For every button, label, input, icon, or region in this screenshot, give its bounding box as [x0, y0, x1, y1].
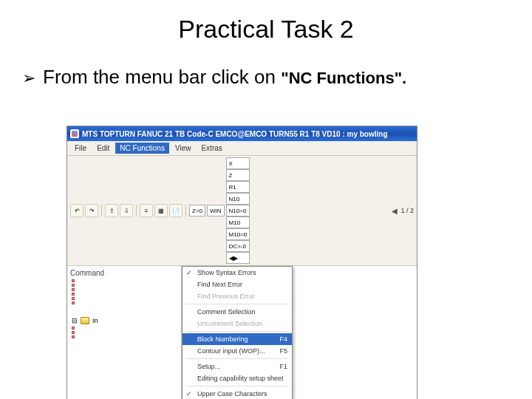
- dot-icon: [72, 288, 75, 291]
- toolbar-sep: [136, 205, 137, 216]
- coord-field[interactable]: N10=0: [226, 205, 250, 216]
- sidebar-folder[interactable]: ⊟ In: [67, 316, 181, 326]
- dropdown-separator: [185, 331, 289, 332]
- sidebar-item[interactable]: [67, 301, 181, 305]
- undo-button[interactable]: ↶: [70, 204, 83, 217]
- bullet-pre: From the menu bar click on: [43, 66, 281, 88]
- dropdown-item[interactable]: Find Next Error: [183, 279, 292, 290]
- pager: ◀ 1 / 2: [392, 207, 414, 215]
- dropdown-item[interactable]: Setup...F1: [183, 361, 292, 372]
- sidebar-label: Command: [67, 267, 181, 279]
- dropdown-item-label: Upper Case Characters: [197, 390, 267, 398]
- menu-extras[interactable]: Extras: [197, 143, 226, 154]
- app-icon: [70, 129, 79, 138]
- coord-z-field[interactable]: Z=0: [189, 205, 205, 216]
- shortcut: F4: [279, 335, 287, 343]
- dropdown-item[interactable]: Comment Selection: [183, 306, 292, 318]
- dropdown-item-label: Setup...: [197, 363, 220, 370]
- dot-icon: [72, 279, 75, 282]
- coord-field[interactable]: N10: [226, 193, 250, 205]
- list-button[interactable]: ≡: [140, 204, 153, 217]
- move-up-button[interactable]: ⇧: [105, 204, 118, 217]
- shortcut: F5: [279, 347, 287, 355]
- menubar: FileEditNC FunctionsViewExtras: [67, 141, 417, 156]
- dot-icon: [72, 284, 75, 287]
- coord-field[interactable]: ◀▶: [226, 252, 250, 264]
- dropdown-item[interactable]: ✓Upper Case Characters: [183, 388, 292, 399]
- titlebar[interactable]: MTS TOPTURN FANUC 21 TB Code-C EMCO@EMCO…: [67, 126, 417, 141]
- pager-prev-icon[interactable]: ◀: [392, 207, 398, 215]
- coord-field[interactable]: X: [226, 157, 250, 169]
- dropdown-separator: [185, 304, 289, 304]
- coord-field[interactable]: Z: [226, 169, 250, 181]
- dropdown-item: Find Previous Error: [183, 290, 292, 302]
- arrow-bullet-icon: ➢: [22, 69, 35, 88]
- check-icon: ✓: [186, 390, 192, 398]
- dropdown-item[interactable]: Contour input (WOP)...F5: [183, 345, 292, 357]
- dropdown-item-label: Show Syntax Errors: [197, 269, 256, 276]
- shortcut: F1: [279, 363, 287, 370]
- menu-file[interactable]: File: [70, 143, 91, 154]
- dropdown-item-label: Comment Selection: [197, 308, 256, 316]
- dropdown-item-label: Uncomment Selection: [197, 320, 262, 327]
- toolbar: ↶ ↷ ⇧ ⇩ ≡ ▦ 📄 Z=0 WIN XZR1N10N10=0M10M10…: [67, 156, 417, 266]
- app-window: MTS TOPTURN FANUC 21 TB Code-C EMCO@EMCO…: [66, 126, 417, 399]
- folder-label: In: [92, 317, 98, 324]
- menu-nc-functions[interactable]: NC Functions: [115, 143, 169, 154]
- pager-text: 1 / 2: [400, 207, 414, 214]
- dot-icon: [72, 335, 75, 338]
- main-row: Command ⊟ In ✓Show Syntax ErrorsFind Nex…: [67, 266, 417, 399]
- dropdown-separator: [185, 386, 289, 386]
- dropdown-separator: [185, 358, 289, 359]
- dropdown-item-label: Find Previous Error: [197, 293, 255, 300]
- dot-icon: [72, 297, 75, 300]
- dropdown-item[interactable]: Editing capability setup sheet: [183, 372, 292, 384]
- menu-view[interactable]: View: [171, 143, 196, 154]
- dot-icon: [72, 327, 75, 330]
- coord-field[interactable]: M10=0: [226, 228, 250, 240]
- dot-icon: [72, 301, 75, 304]
- coord-field[interactable]: R1: [226, 181, 250, 193]
- doc-button[interactable]: 📄: [169, 204, 183, 217]
- dropdown-item-label: Contour input (WOP)...: [197, 347, 265, 355]
- dot-icon: [72, 293, 75, 296]
- check-icon: ✓: [186, 269, 192, 276]
- window-title: MTS TOPTURN FANUC 21 TB Code-C EMCO@EMCO…: [82, 130, 388, 138]
- dot-icon: [72, 331, 75, 334]
- slide-title: Practical Task 2: [0, 0, 532, 44]
- minus-icon: ⊟: [72, 317, 78, 324]
- toolbar-sep: [101, 205, 102, 216]
- sidebar-item[interactable]: [67, 335, 181, 339]
- toolbar-sep: [185, 205, 186, 216]
- dropdown-item[interactable]: Block NumberingF4: [183, 333, 292, 345]
- bullet-row: ➢ From the menu bar click on "NC Functio…: [0, 44, 532, 96]
- bullet-bold: "NC Functions".: [281, 69, 406, 87]
- grid-button[interactable]: ▦: [154, 204, 168, 217]
- bullet-text: From the menu bar click on "NC Functions…: [43, 66, 406, 89]
- dropdown-item[interactable]: ✓Show Syntax Errors: [183, 267, 292, 279]
- dropdown-item-label: Editing capability setup sheet: [197, 375, 284, 382]
- dropdown-item-label: Find Next Error: [197, 281, 242, 288]
- coord-field[interactable]: DC>-0: [226, 240, 250, 252]
- folder-icon: [81, 317, 89, 324]
- coord-field[interactable]: M10: [226, 216, 250, 228]
- dropdown-item-label: Block Numbering: [197, 335, 248, 343]
- move-down-button[interactable]: ⇩: [120, 204, 133, 217]
- menu-edit[interactable]: Edit: [92, 143, 114, 154]
- dropdown-item: Uncomment Selection: [183, 318, 292, 330]
- win-field[interactable]: WIN: [207, 205, 225, 216]
- sidebar: Command ⊟ In: [67, 266, 182, 399]
- redo-button[interactable]: ↷: [85, 204, 98, 217]
- nc-functions-dropdown: ✓Show Syntax ErrorsFind Next ErrorFind P…: [182, 266, 293, 399]
